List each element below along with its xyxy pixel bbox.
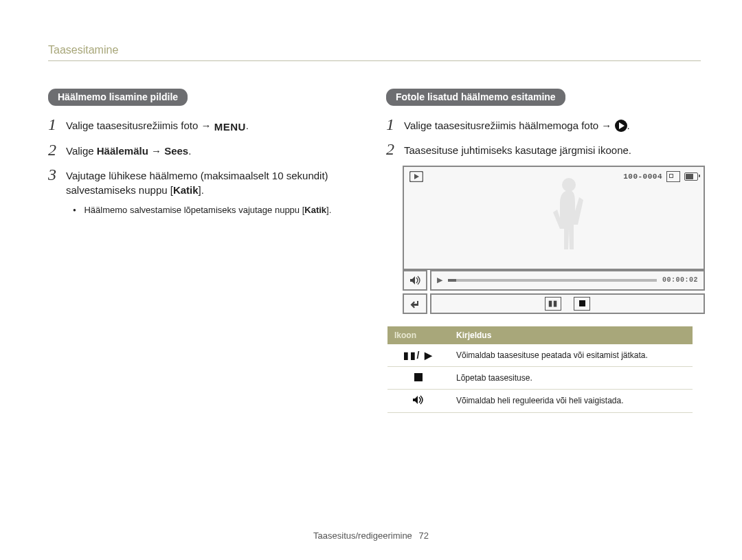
step-1-left: 1 Valige taasesitusrežiimis foto → MENU. <box>48 115 363 134</box>
step-2-right: 2 Taasesituse juhtimiseks kasutage järgm… <box>386 140 701 158</box>
row-desc: Võimaldab taasesituse peatada või esitam… <box>449 344 693 367</box>
step-3-left: 3 Vajutage lühikese häälmemo (maksimaals… <box>48 166 363 197</box>
camera-lcd-mockup: 100-0004 <box>403 166 705 314</box>
back-button[interactable] <box>403 293 427 314</box>
page-title: Taasesitamine <box>48 44 701 61</box>
back-arrow-icon <box>409 299 420 309</box>
icon-description-table: Ikoon Kirjeldus ▮▮/ ▶ Võimaldab taasesit… <box>387 326 693 413</box>
progress-bar-container: ▶ 00:00:02 <box>430 270 705 291</box>
lcd-top-right-status: 100-0004 <box>623 171 698 182</box>
step-text: Valige taasesitusrežiimis foto → MENU. <box>66 115 249 134</box>
step-number: 1 <box>386 115 404 133</box>
elapsed-time: 00:00:02 <box>662 276 698 284</box>
step-number: 2 <box>48 141 66 159</box>
section-heading-right: Fotole lisatud häälmemo esitamine <box>386 89 565 106</box>
step-number: 3 <box>48 166 66 183</box>
photo-silhouette <box>545 175 593 251</box>
mini-play-icon: ▶ <box>437 276 442 284</box>
volume-icon <box>387 389 449 412</box>
table-row: Lõpetab taasesituse. <box>387 366 693 389</box>
left-column: Häälmemo lisamine pildile 1 Valige taase… <box>48 89 363 413</box>
two-column-layout: Häälmemo lisamine pildile 1 Valige taase… <box>48 89 701 413</box>
battery-icon <box>684 172 698 181</box>
step-number: 1 <box>48 115 66 133</box>
table-header-desc: Kirjeldus <box>449 326 693 344</box>
file-counter: 100-0004 <box>623 172 662 181</box>
lcd-progress-row: ▶ 00:00:02 <box>403 270 705 291</box>
section-heading-left: Häälmemo lisamine pildile <box>48 89 188 106</box>
volume-icon <box>409 276 420 285</box>
footer-section: Taasesitus/redigeerimine <box>313 530 412 541</box>
step-3-note: Häälmemo salvestamise lõpetamiseks vajut… <box>73 204 363 216</box>
stop-icon <box>387 366 449 389</box>
progress-bar[interactable] <box>448 279 657 282</box>
step-2-left: 2 Valige Häälemälu → Sees. <box>48 141 363 159</box>
lcd-main-area: 100-0004 <box>403 166 705 270</box>
menu-icon: MENU <box>214 120 246 134</box>
step-text: Valige taasesitusrežiimis häälmemoga fot… <box>404 115 630 133</box>
transport-controls: ▮▮ <box>430 293 705 314</box>
footer-page-number: 72 <box>418 530 428 541</box>
svg-point-2 <box>562 178 576 192</box>
manual-page: Taasesitamine Häälmemo lisamine pildile … <box>0 0 742 560</box>
memory-card-icon <box>666 171 680 182</box>
step-text: Vajutage lühikese häälmemo (maksimaalsel… <box>66 166 363 197</box>
table-row: ▮▮/ ▶ Võimaldab taasesituse peatada või … <box>387 344 693 367</box>
page-footer: Taasesitus/redigeerimine 72 <box>0 530 742 541</box>
row-desc: Lõpetab taasesituse. <box>449 366 693 389</box>
stop-button[interactable] <box>574 297 590 311</box>
pause-button[interactable]: ▮▮ <box>545 297 561 311</box>
step-number: 2 <box>386 140 404 158</box>
svg-marker-1 <box>414 174 419 179</box>
volume-button[interactable] <box>403 270 427 291</box>
table-row: Võimaldab heli reguleerida või heli vaig… <box>387 389 693 412</box>
step-text: Valige Häälemälu → Sees. <box>66 141 191 158</box>
row-desc: Võimaldab heli reguleerida või heli vaig… <box>449 389 693 412</box>
table-header-icon: Ikoon <box>387 326 449 344</box>
play-circle-icon <box>615 120 627 132</box>
step-1-right: 1 Valige taasesitusrežiimis häälmemoga f… <box>386 115 701 133</box>
playback-mode-icon <box>409 171 423 185</box>
right-column: Fotole lisatud häälmemo esitamine 1 Vali… <box>386 89 701 413</box>
lcd-button-row: ▮▮ <box>403 293 705 314</box>
pause-play-icon: ▮▮/ ▶ <box>387 344 449 367</box>
step-text: Taasesituse juhtimiseks kasutage järgmis… <box>404 140 631 157</box>
